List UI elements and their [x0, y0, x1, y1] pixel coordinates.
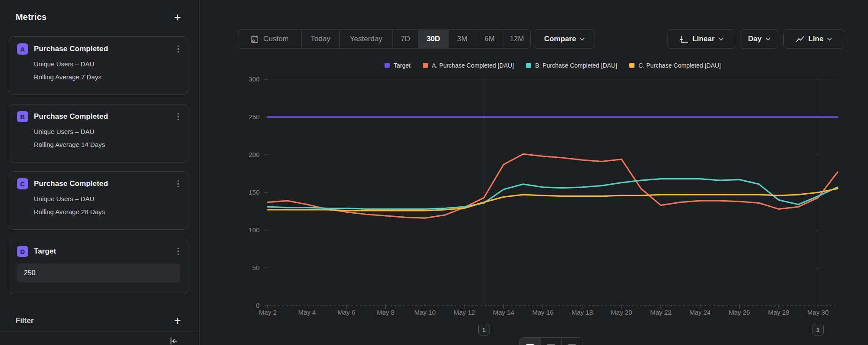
metric-title: Purchase Completed: [34, 45, 176, 53]
y-axis-label: 150: [216, 188, 260, 197]
metric-measure: Unique Users – DAU: [34, 128, 180, 135]
dashboard: Metrics + A Purchase Completed Unique Us…: [0, 0, 868, 345]
chart-type-label: Line: [809, 35, 824, 43]
annotation-badge[interactable]: 1: [478, 324, 490, 335]
range-label: Custom: [263, 35, 289, 43]
range-7d[interactable]: 7D: [392, 30, 418, 48]
view-card-button[interactable]: [561, 338, 582, 345]
filter-title: Filter: [16, 316, 34, 325]
x-axis-label: May 24: [681, 309, 720, 316]
interval-dropdown[interactable]: Day: [740, 29, 778, 49]
metric-menu-button[interactable]: [176, 111, 181, 122]
legend-color-chip: [629, 63, 635, 68]
x-axis-label: May 30: [799, 309, 838, 316]
x-axis-label: May 10: [405, 309, 444, 316]
legend-label: Target: [394, 62, 411, 69]
metric-measure: Unique Users – DAU: [34, 60, 180, 68]
add-filter-button[interactable]: +: [173, 316, 182, 325]
x-axis-label: May 16: [523, 309, 562, 316]
y-axis-label: 200: [216, 150, 260, 159]
linear-axis-icon: [679, 35, 688, 44]
chevron-down-icon: [580, 38, 585, 41]
metric-letter-badge: A: [17, 43, 28, 55]
y-axis-label: 100: [216, 225, 260, 235]
metric-card-c[interactable]: C Purchase Completed Unique Users – DAU …: [9, 171, 188, 230]
view-table-button[interactable]: [540, 338, 561, 345]
chevron-down-icon: [827, 38, 832, 41]
metric-menu-button[interactable]: [176, 179, 181, 189]
legend-label: B. Purchase Completed [DAU]: [535, 62, 617, 69]
x-axis-label: May 8: [366, 309, 405, 316]
filter-section: Filter +: [16, 316, 182, 325]
metric-letter-badge: D: [17, 246, 28, 257]
x-axis-label: May 18: [562, 309, 602, 316]
x-axis-label: May 22: [641, 309, 681, 316]
chevron-down-icon: [719, 38, 723, 41]
legend-color-chip: [423, 63, 428, 68]
date-range-control: Custom Today Yesterday 7D 30D 3M 6M 12M: [237, 29, 531, 49]
metrics-sidebar: Metrics + A Purchase Completed Unique Us…: [0, 0, 200, 345]
legend-color-chip: [385, 63, 390, 68]
metric-rolling-average: Rolling Average 14 Days: [34, 141, 180, 148]
metric-rolling-average: Rolling Average 28 Days: [34, 208, 180, 215]
metric-menu-button[interactable]: [176, 246, 181, 257]
x-axis-label: May 28: [759, 309, 798, 316]
metric-measure: Unique Users – DAU: [34, 195, 180, 202]
range-custom[interactable]: Custom: [237, 30, 301, 48]
scale-dropdown[interactable]: Linear: [667, 29, 735, 49]
metric-title: Target: [34, 247, 176, 256]
metric-rolling-average: Rolling Average 7 Days: [34, 73, 180, 81]
range-6m[interactable]: 6M: [476, 30, 503, 48]
calendar-icon: [250, 35, 259, 44]
metric-card-header: C Purchase Completed: [17, 178, 180, 189]
metric-card-header: B Purchase Completed: [17, 111, 180, 122]
range-3m[interactable]: 3M: [448, 30, 476, 48]
range-30d[interactable]: 30D: [418, 30, 448, 48]
legend-item[interactable]: A. Purchase Completed [DAU]: [423, 62, 514, 69]
legend-label: C. Purchase Completed [DAU]: [638, 62, 721, 69]
y-axis-label: 300: [216, 75, 260, 84]
x-axis-label: May 12: [445, 309, 484, 316]
view-chart-button[interactable]: [519, 338, 540, 345]
metric-letter-badge: B: [17, 111, 28, 122]
sidebar-divider: [0, 332, 199, 332]
metric-card-header: A Purchase Completed: [17, 43, 180, 55]
y-axis-label: 250: [216, 112, 260, 122]
interval-label: Day: [748, 35, 761, 43]
x-axis-label: May 6: [327, 309, 366, 316]
sidebar-header: Metrics +: [16, 12, 182, 22]
x-axis-label: May 20: [602, 309, 641, 316]
y-axis-label: 50: [216, 263, 260, 273]
compare-button[interactable]: Compare: [534, 29, 595, 49]
metric-title: Purchase Completed: [34, 179, 176, 188]
legend-item[interactable]: Target: [385, 62, 411, 69]
range-12m[interactable]: 12M: [503, 30, 530, 48]
chart-type-dropdown[interactable]: Line: [783, 29, 844, 49]
x-axis-label: May 14: [484, 309, 523, 316]
add-metric-button[interactable]: +: [173, 13, 182, 22]
scale-label: Linear: [692, 35, 714, 43]
line-chart-icon: [796, 35, 805, 44]
legend-color-chip: [526, 63, 531, 68]
range-yesterday[interactable]: Yesterday: [339, 30, 392, 48]
metric-title: Purchase Completed: [34, 112, 176, 121]
compare-label: Compare: [544, 35, 576, 43]
x-axis-label: May 2: [248, 309, 287, 316]
metric-card-a[interactable]: A Purchase Completed Unique Users – DAU …: [9, 36, 188, 95]
target-value-input[interactable]: [17, 264, 180, 283]
range-today[interactable]: Today: [301, 30, 339, 48]
view-switcher: [519, 337, 582, 345]
x-axis-label: May 26: [720, 309, 759, 316]
chevron-down-icon: [766, 38, 770, 41]
legend-item[interactable]: C. Purchase Completed [DAU]: [629, 62, 721, 69]
legend-item[interactable]: B. Purchase Completed [DAU]: [526, 62, 617, 69]
annotation-badge[interactable]: 1: [812, 324, 824, 335]
legend-label: A. Purchase Completed [DAU]: [432, 62, 514, 69]
chart-legend: TargetA. Purchase Completed [DAU]B. Purc…: [268, 62, 838, 69]
x-axis-label: May 4: [288, 309, 327, 316]
metric-card-header: D Target: [17, 246, 180, 257]
collapse-sidebar-icon[interactable]: [169, 337, 178, 345]
metric-card-b[interactable]: B Purchase Completed Unique Users – DAU …: [9, 104, 188, 163]
metric-card-target[interactable]: D Target: [9, 239, 188, 294]
metric-menu-button[interactable]: [176, 44, 181, 55]
